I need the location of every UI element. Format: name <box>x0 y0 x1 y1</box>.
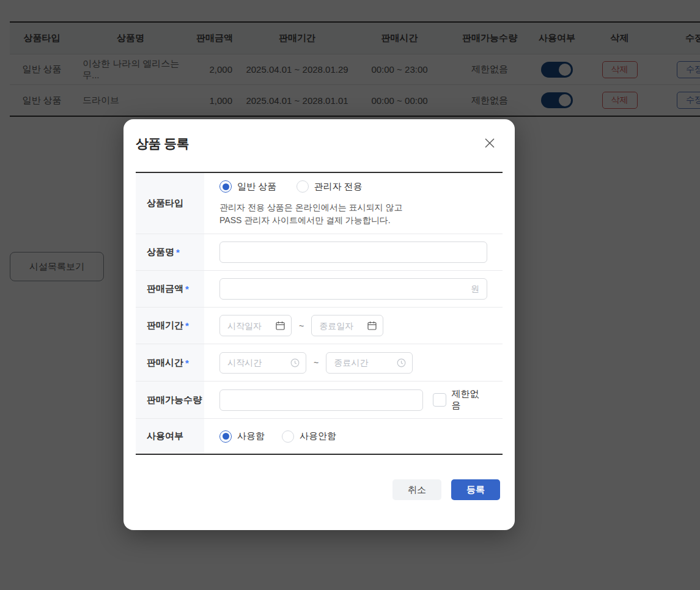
product-type-helper: 관리자 전용 상품은 온라인에서는 표시되지 않고 PASS 관리자 사이트에서… <box>219 201 402 226</box>
product-register-modal: 상품 등록 상품타입 일반 상품 관리자 전용 <box>123 119 515 530</box>
time-separator: ~ <box>314 358 319 367</box>
modal-header: 상품 등록 <box>123 119 515 152</box>
label-text: 판매시간 <box>147 357 183 369</box>
submit-button[interactable]: 등록 <box>451 479 500 500</box>
label-text: 판매금액 <box>147 283 183 295</box>
form-row-quantity: 판매가능수량 제한없음 <box>136 382 503 419</box>
unlimited-checkbox-wrap[interactable]: 제한없음 <box>433 388 487 411</box>
cancel-button[interactable]: 취소 <box>392 479 441 500</box>
use-status-label: 사용여부 <box>136 419 204 454</box>
period-separator: ~ <box>299 321 304 331</box>
radio-icon <box>219 180 232 193</box>
product-form: 상품타입 일반 상품 관리자 전용 관리자 전용 상품은 온라인에서는 표시되지… <box>136 173 503 455</box>
required-mark: * <box>185 284 189 294</box>
form-row-product-name: 상품명* <box>136 234 503 271</box>
required-mark: * <box>176 247 180 257</box>
helper-line-1: 관리자 전용 상품은 온라인에서는 표시되지 않고 <box>219 201 402 213</box>
product-name-label: 상품명* <box>136 234 204 270</box>
close-button[interactable] <box>482 135 498 151</box>
radio-general-label: 일반 상품 <box>237 181 276 193</box>
radio-general-product[interactable]: 일반 상품 <box>219 180 276 193</box>
sale-period-label: 판매기간* <box>136 308 204 344</box>
modal-footer: 취소 등록 <box>123 455 515 500</box>
form-row-product-type: 상품타입 일반 상품 관리자 전용 관리자 전용 상품은 온라인에서는 표시되지… <box>136 173 503 234</box>
label-text: 판매기간 <box>147 320 183 331</box>
radio-admin-only[interactable]: 관리자 전용 <box>297 180 363 193</box>
price-input[interactable] <box>219 278 487 300</box>
checkbox-icon <box>433 393 446 407</box>
form-row-sale-period: 판매기간* ~ <box>136 308 503 344</box>
radio-icon <box>282 430 294 443</box>
form-row-sale-time: 판매시간* ~ <box>136 344 503 382</box>
end-date-input[interactable] <box>311 315 383 336</box>
required-mark: * <box>185 358 189 368</box>
radio-icon <box>219 430 232 443</box>
unlimited-label: 제한없음 <box>452 388 487 411</box>
label-text: 상품명 <box>147 246 174 258</box>
modal-title: 상품 등록 <box>136 135 189 152</box>
helper-line-2: PASS 관리자 사이트에서만 결제 가능합니다. <box>219 214 402 226</box>
start-time-input[interactable] <box>219 352 306 374</box>
end-time-input[interactable] <box>326 352 413 374</box>
use-on-label: 사용함 <box>237 430 265 442</box>
sale-time-label: 판매시간* <box>136 344 204 381</box>
product-name-input[interactable] <box>219 242 487 263</box>
form-row-use-status: 사용여부 사용함 사용안함 <box>136 419 503 455</box>
product-type-label: 상품타입 <box>136 173 204 234</box>
required-mark: * <box>185 320 189 331</box>
quantity-label: 판매가능수량 <box>136 382 204 418</box>
quantity-input[interactable] <box>219 389 423 411</box>
close-icon <box>483 136 496 150</box>
price-label: 판매금액* <box>136 271 204 307</box>
start-date-input[interactable] <box>219 315 292 336</box>
radio-admin-label: 관리자 전용 <box>314 181 363 193</box>
radio-use-on[interactable]: 사용함 <box>219 430 265 443</box>
use-off-label: 사용안함 <box>300 430 336 442</box>
form-row-price: 판매금액* 원 <box>136 271 503 308</box>
radio-icon <box>297 180 309 193</box>
radio-use-off[interactable]: 사용안함 <box>282 430 336 443</box>
